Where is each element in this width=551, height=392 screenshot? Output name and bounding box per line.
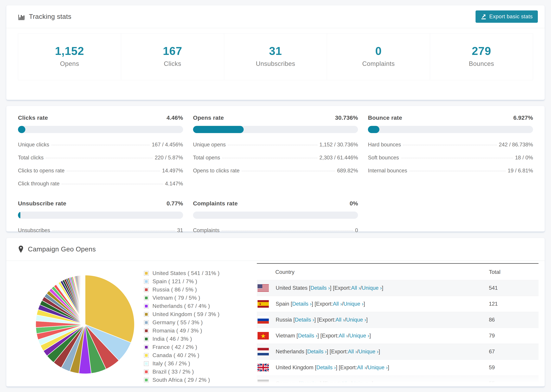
stat-box-complaints: 0Complaints (327, 34, 430, 80)
geo-legend: United States ( 541 / 31% )Spain ( 121 /… (137, 263, 250, 385)
export-unique-link-us[interactable]: Unique › (362, 285, 382, 291)
export-all-link-gb[interactable]: All › (357, 364, 366, 371)
rate-panel-rows: Complaints0 (193, 227, 358, 233)
progress-fill (18, 126, 25, 133)
legend-swatch (144, 345, 149, 350)
stat-label: Bounces (430, 60, 533, 67)
stat-value: 167 (121, 44, 224, 57)
stat-label: Clicks (121, 60, 224, 67)
rate-panel-title: Complaints rate (193, 200, 238, 207)
country-cell-content: Germany [Details ›] [Export: All › / Uni… (257, 380, 489, 387)
rate-panel-clicks-rate: Clicks rate4.46%Unique clicks167 / 4.456… (18, 114, 183, 187)
country-cell: Vietnam [Details ›] [Export: All › / Uni… (257, 328, 489, 344)
details-link-gb[interactable]: Details › (316, 364, 336, 371)
legend-item: India ( 46 / 3% ) (144, 336, 250, 342)
progress-track (368, 126, 533, 133)
stat-line-label: Total opens (193, 155, 220, 161)
country-total: 67 (489, 344, 538, 360)
export-unique-link-gb[interactable]: Unique › (368, 364, 388, 371)
export-all-link-nl[interactable]: All › (348, 349, 357, 355)
dotted-leader (62, 184, 163, 184)
legend-swatch (144, 279, 149, 284)
progress-track (193, 126, 358, 133)
export-all-link-us[interactable]: All › (351, 285, 360, 291)
export-all-link-vn[interactable]: All › (339, 333, 348, 339)
country-name: Netherlands (276, 349, 306, 355)
rates-grid: Clicks rate4.46%Unique clicks167 / 4.456… (6, 106, 545, 245)
legend-label: Romania ( 49 / 3% ) (152, 328, 202, 334)
legend-item: Italy ( 36 / 2% ) (144, 360, 250, 367)
tracking-stats-card: Tracking stats Export basic stats 1,152O… (6, 5, 545, 100)
export-all-link-de[interactable]: All › (341, 380, 350, 386)
legend-label: Vietnam ( 79 / 5% ) (152, 295, 200, 301)
geo-body: United States ( 541 / 31% )Spain ( 121 /… (6, 261, 545, 387)
rate-panel-unsubscribe-rate: Unsubscribe rate0.77%Unsubscribes31 (18, 200, 183, 233)
stat-line: Soft bounces18 / 0% (368, 155, 533, 161)
rate-panel-value: 4.46% (167, 114, 183, 121)
legend-swatch (144, 369, 149, 374)
details-link-es[interactable]: Details › (292, 301, 312, 307)
stat-line-label: Internal bounces (368, 168, 407, 174)
details-link-ru[interactable]: Details › (295, 317, 314, 323)
country-cell-content: United States [Details ›] [Export: All ›… (257, 284, 489, 292)
rate-panel-head: Clicks rate4.46% (18, 114, 183, 121)
stat-box-bounces: 279Bounces (430, 34, 533, 80)
stat-line: Hard bounces242 / 86.738% (368, 142, 533, 148)
progress-track (18, 126, 183, 133)
legend-label: United Kingdom ( 59 / 3% ) (152, 311, 219, 317)
legend-item: Germany ( 55 / 3% ) (144, 319, 250, 326)
legend-item: France ( 42 / 2% ) (144, 344, 250, 350)
stat-line-value: 2,303 / 61.446% (319, 155, 358, 161)
legend-item: Canada ( 40 / 2% ) (144, 352, 250, 358)
progress-fill (18, 211, 20, 219)
stat-value: 279 (430, 44, 533, 57)
details-link-de[interactable]: Details › (300, 380, 320, 386)
legend-swatch (144, 328, 149, 333)
legend-label: Russia ( 86 / 5% ) (152, 287, 197, 293)
stat-box-clicks: 167Clicks (121, 34, 224, 80)
country-cell-content: Russia [Details ›] [Export: All › / Uniq… (257, 316, 489, 324)
export-all-link-ru[interactable]: All › (336, 317, 345, 323)
rate-panel-complaints-rate: Complaints rate0%Complaints0 (193, 200, 358, 233)
stat-label: Opens (18, 60, 121, 67)
gb-flag-icon (258, 364, 269, 371)
stat-line-label: Total clicks (18, 155, 44, 161)
export-all-link-es[interactable]: All › (333, 301, 342, 307)
country-total: 59 (489, 360, 538, 376)
table-row-us: United States [Details ›] [Export: All ›… (257, 280, 538, 296)
stat-line-label: Clicks to opens rate (18, 168, 64, 174)
rates-card: Clicks rate4.46%Unique clicks167 / 4.456… (6, 106, 545, 232)
country-column-header: Country (257, 264, 489, 280)
legend-label: Netherlands ( 67 / 4% ) (152, 303, 210, 309)
page-title: Tracking stats (29, 13, 71, 20)
country-cell: United Kingdom [Details ›] [Export: All … (257, 360, 489, 376)
country-cell-content: Netherlands [Details ›] [Export: All › /… (257, 348, 489, 355)
dotted-leader (242, 171, 335, 171)
stat-line-label: Click through rate (18, 181, 60, 187)
rate-panel-head: Opens rate30.736% (193, 114, 358, 121)
export-unique-link-es[interactable]: Unique › (343, 301, 363, 307)
bar-chart-icon (18, 13, 25, 20)
details-link-us[interactable]: Details › (311, 285, 330, 291)
geo-table-header-row: Country Total (257, 264, 538, 280)
legend-item: United States ( 541 / 31% ) (144, 270, 250, 276)
legend-label: India ( 46 / 3% ) (152, 336, 192, 342)
export-unique-link-vn[interactable]: Unique › (349, 333, 369, 339)
stat-line: Opens to clicks rate689.82% (193, 168, 358, 174)
legend-swatch (144, 336, 149, 341)
progress-fill (193, 126, 244, 133)
details-link-nl[interactable]: Details › (307, 349, 327, 355)
rate-panel-title: Opens rate (193, 114, 224, 121)
export-unique-link-de[interactable]: Unique › (352, 380, 372, 386)
dotted-leader (222, 231, 353, 231)
country-name: United Kingdom (276, 364, 315, 371)
rate-panel-title: Unsubscribe rate (18, 200, 66, 207)
export-basic-stats-button[interactable]: Export basic stats (475, 10, 538, 23)
export-unique-link-nl[interactable]: Unique › (359, 349, 379, 355)
stat-line-label: Unique opens (193, 142, 226, 148)
details-link-vn[interactable]: Details › (298, 333, 318, 339)
stat-label: Complaints (327, 60, 430, 67)
export-unique-link-ru[interactable]: Unique › (346, 317, 366, 323)
stat-line: Unsubscribes31 (18, 227, 183, 233)
rate-panel-rows: Unique clicks167 / 4.456%Total clicks220… (18, 142, 183, 187)
